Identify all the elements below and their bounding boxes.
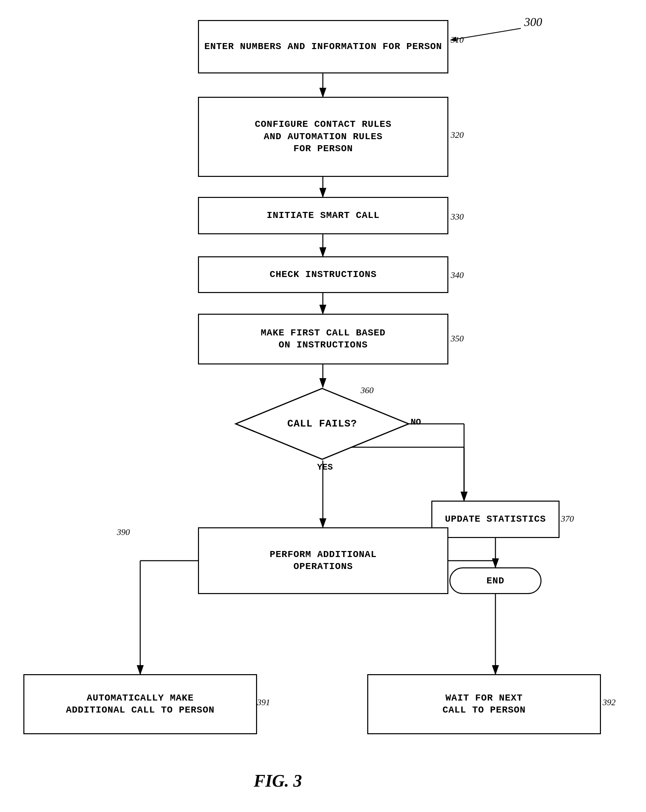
box-310: ENTER NUMBERS AND INFORMATION FOR PERSON: [198, 20, 448, 73]
svg-line-17: [451, 28, 521, 40]
oval-end: END: [449, 567, 542, 594]
ref-300-arrow: [447, 18, 527, 45]
diagram-container: ENTER NUMBERS AND INFORMATION FOR PERSON…: [0, 0, 646, 812]
box-320: CONFIGURE CONTACT RULES AND AUTOMATION R…: [198, 97, 448, 177]
no-label: NO: [411, 417, 421, 427]
ref-340: 340: [451, 270, 464, 280]
ref-390: 390: [117, 527, 130, 537]
figure-label: FIG. 3: [254, 771, 302, 791]
ref-320: 320: [451, 130, 464, 140]
yes-label: YES: [317, 462, 333, 472]
box-330: INITIATE SMART CALL: [198, 197, 448, 234]
box-392: WAIT FOR NEXT CALL TO PERSON: [367, 674, 601, 734]
box-340: CHECK INSTRUCTIONS: [198, 256, 448, 293]
box-370: UPDATE STATISTICS: [431, 501, 559, 538]
ref-350: 350: [451, 334, 464, 344]
diamond-360: CALL FAILS?: [234, 387, 411, 461]
box-350: MAKE FIRST CALL BASED ON INSTRUCTIONS: [198, 314, 448, 365]
ref-391: 391: [257, 698, 270, 708]
ref-392: 392: [603, 698, 615, 708]
ref-330: 330: [451, 212, 464, 222]
box-391: AUTOMATICALLY MAKE ADDITIONAL CALL TO PE…: [23, 674, 257, 734]
diamond-label-360: CALL FAILS?: [287, 418, 357, 429]
ref-370: 370: [561, 514, 574, 524]
box-390: PERFORM ADDITIONAL OPERATIONS: [198, 527, 448, 594]
ref-360: 360: [360, 386, 374, 395]
